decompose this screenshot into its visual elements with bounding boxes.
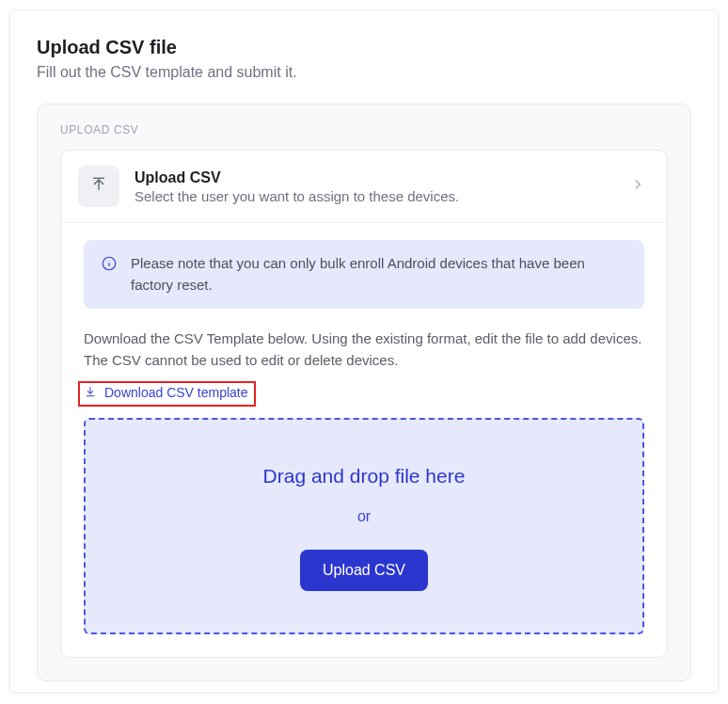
page-title: Upload CSV file (37, 37, 691, 58)
info-notice: Please note that you can only bulk enrol… (84, 240, 644, 309)
card-title: Upload CSV (135, 169, 629, 186)
upload-csv-button[interactable]: Upload CSV (300, 550, 428, 591)
svg-point-2 (109, 261, 110, 262)
section-label: UPLOAD CSV (60, 123, 668, 136)
info-icon (101, 255, 118, 272)
file-dropzone[interactable]: Drag and drop file here or Upload CSV (84, 418, 644, 634)
card-header-texts: Upload CSV Select the user you want to a… (135, 169, 629, 204)
page-container: Upload CSV file Fill out the CSV templat… (9, 9, 719, 693)
notice-text: Please note that you can only bulk enrol… (131, 253, 627, 296)
upload-card: Upload CSV Select the user you want to a… (60, 150, 668, 658)
download-template-link[interactable]: Download CSV template (84, 385, 248, 401)
page-subtitle: Fill out the CSV template and submit it. (37, 64, 691, 81)
upload-icon (89, 175, 108, 198)
card-desc: Select the user you want to assign to th… (135, 188, 629, 204)
dropzone-title: Drag and drop file here (104, 465, 624, 488)
chevron-right-icon (629, 176, 646, 197)
dropzone-or: or (104, 508, 624, 525)
instructions-text: Download the CSV Template below. Using t… (84, 328, 644, 372)
download-icon (84, 385, 97, 401)
upload-section: UPLOAD CSV Upload CSV Select the user yo… (37, 104, 691, 681)
upload-icon-box (78, 166, 119, 207)
download-link-label: Download CSV template (104, 385, 248, 400)
download-highlight: Download CSV template (78, 381, 256, 407)
card-body: Please note that you can only bulk enrol… (61, 223, 667, 657)
card-header[interactable]: Upload CSV Select the user you want to a… (61, 151, 667, 223)
